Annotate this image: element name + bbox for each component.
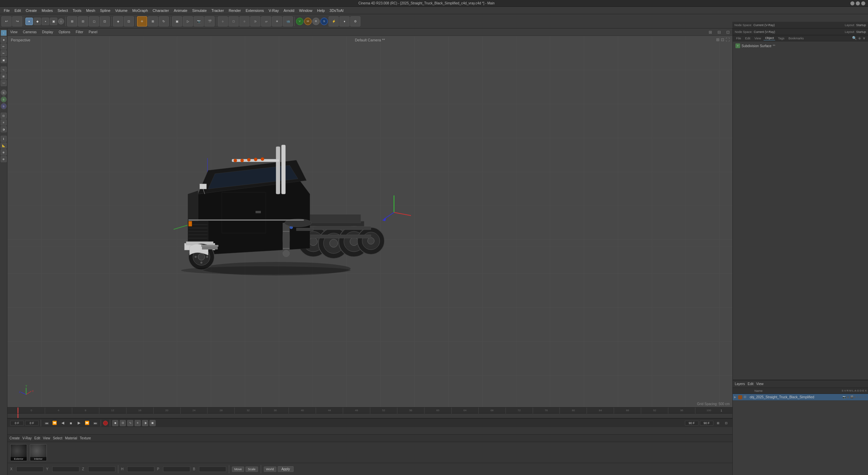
- viewport[interactable]: Perspective Default Camera ** ⊞ ⊡ ⛶ X Y …: [7, 36, 732, 407]
- timeline-track[interactable]: [7, 414, 732, 418]
- close-btn[interactable]: [861, 1, 865, 5]
- camera-btn[interactable]: 📹: [283, 16, 293, 26]
- obj-play-icon[interactable]: ▶: [854, 396, 856, 399]
- fcurve-btn[interactable]: ∿: [127, 420, 133, 426]
- menu-character[interactable]: Character: [150, 8, 171, 13]
- ns-value[interactable]: Current (V-Ray): [754, 30, 775, 34]
- world-btn[interactable]: World: [264, 467, 276, 472]
- obj-m-icon[interactable]: M: [859, 396, 862, 399]
- vp-icon1[interactable]: ⊞: [707, 29, 713, 35]
- sphere-btn[interactable]: ○: [239, 16, 250, 26]
- vp-icon3[interactable]: ⊡: [725, 29, 731, 35]
- move-tool-btn[interactable]: ✛: [137, 16, 147, 26]
- go-to-end-btn[interactable]: ⏭: [92, 420, 99, 426]
- live-select-btn[interactable]: ◈: [113, 16, 123, 26]
- snap-icon[interactable]: ○: [58, 18, 64, 24]
- rect-select-btn[interactable]: ⊡: [124, 16, 134, 26]
- settings-icon[interactable]: ▼: [862, 36, 866, 40]
- minimize-btn[interactable]: [850, 1, 854, 5]
- next-key-btn[interactable]: ⏩: [84, 420, 91, 426]
- menu-create[interactable]: Create: [23, 8, 39, 13]
- sel-left-btn[interactable]: ◈: [1, 37, 7, 43]
- play-back-btn[interactable]: ◀: [59, 420, 66, 426]
- x-pos-input[interactable]: [16, 467, 43, 472]
- obj-x-icon[interactable]: ✕: [864, 396, 867, 399]
- snap2-btn[interactable]: S: [1, 96, 7, 102]
- material-exterior[interactable]: Exterior: [10, 444, 27, 461]
- menu-window[interactable]: Window: [297, 8, 315, 13]
- menu-spline[interactable]: Spline: [98, 8, 113, 13]
- y-pos-input[interactable]: [52, 467, 79, 472]
- render-anim-btn[interactable]: 🎬: [204, 16, 215, 26]
- menu-tools[interactable]: Tools: [70, 8, 84, 13]
- menu-file[interactable]: File: [1, 8, 12, 13]
- obj-l-icon[interactable]: L: [862, 396, 864, 399]
- menu-volume[interactable]: Volume: [113, 8, 130, 13]
- sym-left-btn[interactable]: ⊞: [1, 73, 7, 79]
- poly-left-btn[interactable]: ▣: [1, 57, 7, 63]
- point-mode-btn[interactable]: ▪: [42, 18, 49, 25]
- extra-btn1[interactable]: ⚡: [329, 16, 339, 26]
- mat-edit[interactable]: Edit: [34, 436, 40, 440]
- menu-simulate[interactable]: Simulate: [190, 8, 209, 13]
- layout-value2[interactable]: Startup: [856, 30, 866, 34]
- b-rot-input[interactable]: [199, 467, 226, 472]
- material-interior[interactable]: Interior: [30, 444, 47, 461]
- render-view-btn[interactable]: ▷: [183, 16, 193, 26]
- vp-panel[interactable]: Panel: [87, 30, 99, 35]
- obj-cam-icon[interactable]: 📷: [843, 396, 846, 399]
- info-left-btn[interactable]: ℹ: [1, 136, 7, 142]
- vp-display[interactable]: Display: [41, 30, 55, 35]
- mat-view[interactable]: View: [43, 436, 50, 440]
- light-btn[interactable]: ☀: [272, 16, 282, 26]
- menu-animate[interactable]: Animate: [171, 8, 190, 13]
- vp-icon2[interactable]: ⊟: [716, 29, 722, 35]
- menu-select[interactable]: Select: [55, 8, 71, 13]
- layer-left-btn[interactable]: ≡: [1, 119, 7, 126]
- obj-s-icon[interactable]: S: [857, 396, 859, 399]
- plane-btn[interactable]: ▱: [261, 16, 271, 26]
- vray-material-icon[interactable]: M: [304, 18, 312, 25]
- tab-file[interactable]: File: [735, 36, 743, 40]
- z-pos-input[interactable]: [88, 467, 115, 472]
- move-left-btn[interactable]: ↕: [1, 30, 7, 36]
- timeline-extra-btn1[interactable]: ⊞: [715, 420, 722, 426]
- current-frame-input[interactable]: [25, 421, 39, 425]
- redo-btn[interactable]: ↪: [12, 16, 22, 26]
- menu-help[interactable]: Help: [315, 8, 327, 13]
- menu-3dstoai[interactable]: 3DsToAI: [327, 8, 346, 13]
- motion-mode-btn[interactable]: ⊡: [120, 420, 126, 426]
- vray-settings-icon[interactable]: S: [320, 18, 328, 25]
- timeline-mode-btn[interactable]: ≡: [135, 420, 141, 426]
- p-rot-input[interactable]: [163, 467, 190, 472]
- obj-view[interactable]: View: [756, 382, 764, 386]
- cube-btn[interactable]: □: [229, 16, 239, 26]
- scale-mode-btn[interactable]: Scale: [245, 467, 258, 472]
- pivot-left-btn[interactable]: ⊕: [1, 149, 7, 155]
- apply-btn[interactable]: Apply: [278, 466, 294, 472]
- tab-object[interactable]: Object: [764, 36, 775, 40]
- render-pic-btn[interactable]: 📷: [194, 16, 204, 26]
- grid-left-btn[interactable]: ⊡: [1, 113, 7, 119]
- play-fwd-btn[interactable]: ▶: [76, 420, 82, 426]
- vp-view[interactable]: View: [9, 30, 19, 35]
- motion-clip-btn[interactable]: ▣: [150, 420, 156, 426]
- timeline-extra-btn2[interactable]: ⊡: [723, 420, 730, 426]
- tab-view[interactable]: View: [753, 36, 762, 40]
- menu-render[interactable]: Render: [226, 8, 243, 13]
- layout-value[interactable]: Startup: [856, 23, 866, 27]
- extra-btn3[interactable]: ⚙: [350, 16, 360, 26]
- spline-left-btn[interactable]: ∿: [1, 66, 7, 73]
- h-rot-input[interactable]: [127, 467, 154, 472]
- mat-create[interactable]: Create: [9, 436, 20, 440]
- layers-label[interactable]: Layers: [735, 382, 745, 386]
- menu-tracker[interactable]: Tracker: [209, 8, 226, 13]
- tab-tags[interactable]: Tags: [776, 36, 786, 40]
- edge-mode-btn[interactable]: ◆: [34, 18, 41, 25]
- layer-mode-btn[interactable]: ◑: [142, 420, 148, 426]
- vp-cameras[interactable]: Cameras: [22, 30, 38, 35]
- menu-extensions[interactable]: Extensions: [243, 8, 266, 13]
- vp-options[interactable]: Options: [57, 30, 72, 35]
- render-region-btn[interactable]: ▣: [172, 16, 182, 26]
- vray-icon[interactable]: V: [296, 18, 303, 25]
